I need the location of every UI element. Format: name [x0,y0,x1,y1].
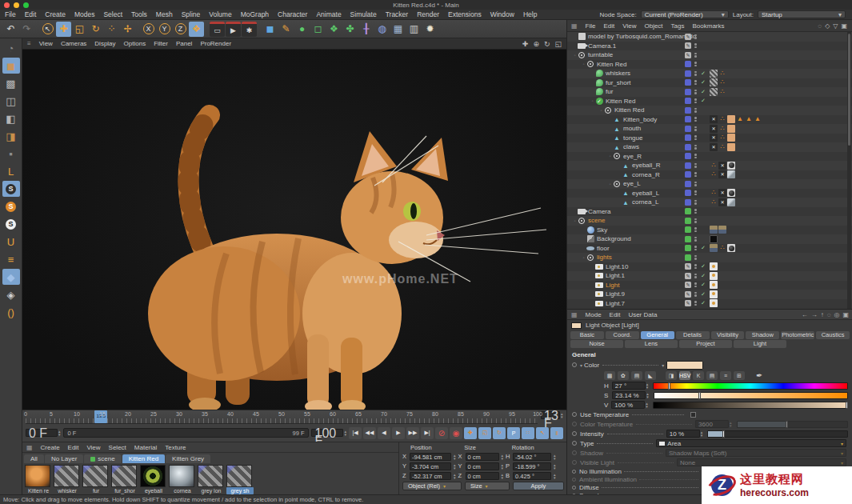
render-view-icon[interactable]: ▭ [210,22,225,37]
object-row-eye-l[interactable]: ◦ eye_L [567,179,852,189]
bulb-tag-icon[interactable] [710,281,718,289]
viewport-menu-panel[interactable]: Panel [176,40,192,47]
visibility-dots[interactable] [694,53,697,58]
glass-tag-icon[interactable] [727,170,735,178]
material-item[interactable]: fur_shor [111,465,138,494]
object-row-fur-short[interactable]: fur_short ✓ ∴ [567,78,852,88]
object-row-sky[interactable]: Sky [567,226,852,235]
key-point-level-button[interactable]: ∷ [522,427,534,439]
visibility-dots[interactable] [694,117,697,122]
axis-mode-icon[interactable]: L [2,163,20,179]
material-menu-icon[interactable]: ▦ [26,444,33,451]
tab-basic[interactable]: Basic [570,331,604,339]
material-thumbnail[interactable] [169,465,194,487]
coord-size-dropdown[interactable]: Size▾ [465,482,510,490]
om-path-icon[interactable]: ◇ [825,22,830,30]
attr-menu-user-data[interactable]: User Data [628,311,657,318]
add-cube-icon[interactable]: ◼ [262,22,278,37]
object-row-model-by-turbosquid-com-roman3dd[interactable]: model by Turbosquid.com_Roman3dd ✎ [567,32,852,42]
menu-simulate[interactable]: Simulate [350,10,377,18]
coordinate-system-icon[interactable]: ❖ [189,22,204,37]
visibility-dots[interactable] [694,292,697,297]
expand-icon[interactable]: ◦ [581,255,586,260]
layer-chip[interactable] [685,107,691,114]
odots-tag-icon[interactable]: ∴ [710,162,718,170]
layer-chip[interactable] [685,236,691,242]
color-tool-icon[interactable]: ✿ [618,371,629,380]
timeline-range-slider[interactable]: 0 F 99 F [63,428,310,438]
object-row-kitten-red[interactable]: ◦ Kitten Red [567,60,852,70]
visibility-dots[interactable] [694,98,697,103]
layer-chip[interactable]: ✎ [685,42,691,49]
object-row-kitten-body[interactable]: ▴ Kitten_body ✕∴▲▲▲ [567,115,852,125]
subdivision-surface-icon[interactable]: ● [294,22,310,37]
object-row-scene[interactable]: ◦ scene [567,216,852,226]
material-item[interactable]: cornea [169,465,196,494]
visibility-dots[interactable] [694,34,697,39]
attr-menu-mode[interactable]: Mode [586,311,602,318]
x-axis-lock-icon[interactable]: X [141,22,156,37]
object-row-eyeball-l[interactable]: ▴ eyeball_L ∴✕ [567,189,852,198]
object-row-background[interactable]: Background [567,234,852,244]
object-row-whiskers[interactable]: whiskers ✓ ∴ [567,69,852,78]
hatch-tag-icon[interactable] [710,70,718,78]
layer-chip[interactable]: ✎ [685,34,691,40]
snap-settings-icon[interactable]: S [2,181,20,197]
layer-chip[interactable] [685,134,691,141]
sphere-tag-icon[interactable] [727,244,735,252]
intensity-slider[interactable] [707,430,848,438]
light-icon[interactable]: ✹ [422,22,438,37]
menu-window[interactable]: Window [490,10,514,18]
layer-chip[interactable] [685,208,691,214]
layer-chip[interactable] [685,61,691,67]
skin-tag-icon[interactable] [727,125,735,133]
type-dropdown[interactable]: Area▾ [656,439,846,447]
layer-chip[interactable] [685,126,691,132]
xgrid-tag-icon[interactable]: ✕ [710,125,718,133]
layer-chip[interactable] [685,254,691,261]
move-tool-icon[interactable]: ✚ [56,22,71,37]
layer-chip[interactable] [685,70,691,77]
color-temperature-field[interactable]: 3600 [695,420,729,428]
xgrid-tag-icon[interactable]: ✕ [710,134,718,142]
texture-mode-icon[interactable]: ▩ [2,75,20,91]
menu-animate[interactable]: Animate [316,10,341,18]
tab-details[interactable]: Details [676,331,710,339]
visibility-dots[interactable] [694,62,697,66]
color-temperature-slider[interactable] [737,421,848,428]
visibility-dots[interactable] [694,90,697,94]
odots-tag-icon[interactable]: ∴ [718,70,726,78]
menu-render[interactable]: Render [417,10,439,18]
menu-edit[interactable]: Edit [25,10,37,18]
menu-help[interactable]: Help [523,10,537,18]
visibility-dots[interactable] [694,154,697,158]
keyframe-bars-button[interactable]: ‖ [550,427,563,439]
s-stepper[interactable]: ▴▾ [646,392,649,398]
visibility-dots[interactable] [694,80,697,85]
key-rotation-button[interactable]: ↻ [493,427,506,439]
visibility-dots[interactable] [694,282,697,287]
visibility-dots[interactable] [694,172,697,177]
om-menu-view[interactable]: View [622,22,636,30]
object-manager-menu-icon[interactable]: ▦ [571,22,578,30]
om-search-icon[interactable]: ◌ [818,22,822,30]
parent-icon[interactable]: ↑ [821,311,824,318]
color-mode-⊞[interactable]: ⊞ [734,371,745,380]
menu-file[interactable]: File [5,10,16,18]
prev-frame-button[interactable]: ◀ [378,427,390,439]
render-picture-viewer-icon[interactable]: ▶ [226,22,241,37]
visibility-dots[interactable] [694,163,697,168]
coord-position-x-field[interactable]: -94.581 cm [410,453,451,461]
range-start-field[interactable]: 0 F [26,429,58,437]
visibility-dots[interactable] [694,71,697,76]
deformer-icon[interactable]: ❖ [326,22,342,37]
object-row-light-1[interactable]: Light.1 ✎ ✓ [567,271,852,281]
object-row-floor[interactable]: floor ✓ ∴ [567,244,852,254]
spline-h-icon[interactable]: ╂ [358,22,374,37]
mat-menu-create[interactable]: Create [41,444,60,451]
layer-chip[interactable] [685,162,691,169]
layer-chip[interactable]: ✎ [685,291,691,298]
shadow-dropdown[interactable]: Shadow Maps (Soft)▾ [666,449,846,457]
visibility-dots[interactable] [694,209,697,214]
chevron-down-icon[interactable]: ▾ [662,362,664,368]
